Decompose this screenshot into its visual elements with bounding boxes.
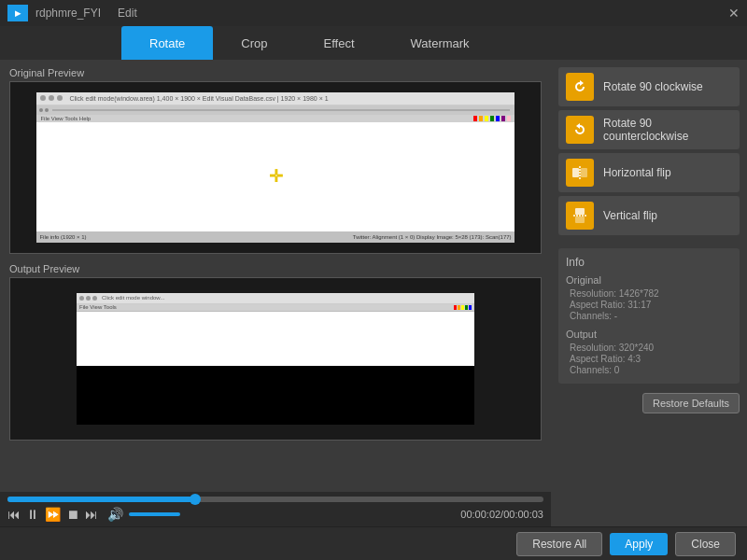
output-inner: Click edit mode window... File View Tool… xyxy=(77,293,474,426)
time-display: 00:00:02/00:00:03 xyxy=(460,509,543,520)
seek-bar[interactable] xyxy=(7,497,543,502)
output-menu: File View Tools xyxy=(79,304,117,310)
original-info-label: Original xyxy=(566,274,732,286)
original-resolution: Resolution: 1426*782 xyxy=(566,288,732,299)
stop-button[interactable]: ⏹ xyxy=(66,507,79,522)
preview-window-bar: Click edit mode(window.area) 1,400 × 190… xyxy=(36,92,514,105)
output-toolbar: File View Tools xyxy=(77,304,474,312)
flip-h-icon xyxy=(566,159,594,187)
mini-dot-1 xyxy=(39,108,43,112)
window-dot-1 xyxy=(40,95,46,101)
right-panel: Rotate 90 clockwise Rotate 90 counterclo… xyxy=(551,60,747,526)
svg-rect-3 xyxy=(575,208,585,215)
output-content xyxy=(77,312,474,366)
info-panel: Info Original Resolution: 1426*782 Aspec… xyxy=(558,248,740,384)
preview-menubar: File View Tools Help xyxy=(36,115,514,122)
volume-slider[interactable] xyxy=(129,512,180,516)
tab-bar: Rotate Crop Effect Watermark xyxy=(0,26,747,60)
rotate-cw-icon xyxy=(566,73,594,101)
original-status-bar: File info (1920 × 1) Twitter: Alignment … xyxy=(36,231,514,243)
svg-rect-0 xyxy=(572,168,579,177)
rotate-ccw-icon xyxy=(566,116,594,144)
restore-defaults-button[interactable]: Restore Defaults xyxy=(642,393,740,413)
tab-effect[interactable]: Effect xyxy=(296,26,383,60)
title-bar-edit: Edit xyxy=(118,7,137,20)
original-preview-label: Original Preview xyxy=(9,67,542,78)
info-title: Info xyxy=(566,256,732,269)
original-aspect: Aspect Ratio: 31:17 xyxy=(566,300,732,310)
output-color-strip xyxy=(454,305,472,310)
window-dot-3 xyxy=(57,95,63,101)
rotate-ccw-label: Rotate 90 counterclockwise xyxy=(603,117,732,143)
title-bar: ▶ rdphmre_FYI Edit ✕ xyxy=(0,0,747,26)
skip-back-button[interactable]: ⏮ xyxy=(7,507,21,522)
left-panel: Original Preview Click edit mode(window.… xyxy=(0,60,551,526)
window-dot-2 xyxy=(49,95,54,101)
crosshair-icon: ✛ xyxy=(269,166,283,187)
flip-v-button[interactable]: Vertical flip xyxy=(558,196,740,235)
mini-dot-2 xyxy=(45,108,49,112)
play-button[interactable]: ⏸ xyxy=(26,507,39,522)
playback-controls: ⏮ ⏸ ⏩ ⏹ ⏭ 🔊 00:00:02/00:00:03 xyxy=(7,507,543,522)
fast-forward-button[interactable]: ⏩ xyxy=(45,507,61,522)
flip-v-icon xyxy=(566,202,594,230)
title-bar-app-name: rdphmre_FYI xyxy=(35,7,101,20)
rotate-cw-button[interactable]: Rotate 90 clockwise xyxy=(558,67,740,106)
seek-bar-fill xyxy=(7,497,195,502)
preview-toolbar-1 xyxy=(36,105,514,115)
original-channels: Channels: - xyxy=(566,311,732,321)
seek-thumb[interactable] xyxy=(190,494,201,505)
volume-icon: 🔊 xyxy=(107,507,123,522)
app-logo: ▶ xyxy=(7,5,28,21)
close-icon[interactable]: ✕ xyxy=(728,6,740,21)
close-button[interactable]: Close xyxy=(675,532,736,556)
original-preview-inner: Click edit mode(window.area) 1,400 × 190… xyxy=(36,92,514,243)
preview-menu-items: File View Tools Help xyxy=(40,116,91,121)
output-dot-3 xyxy=(92,296,97,301)
output-dot-2 xyxy=(86,296,91,301)
status-right: Twitter: Alignment (1 × 0) Display Image… xyxy=(353,234,512,240)
tab-crop[interactable]: Crop xyxy=(213,26,295,60)
output-resolution: Resolution: 320*240 xyxy=(566,343,732,353)
flip-h-button[interactable]: Horizontal flip xyxy=(558,153,740,192)
preview-window-title: Click edit mode(window.area) 1,400 × 190… xyxy=(69,95,328,102)
output-black xyxy=(77,366,474,426)
original-preview: Click edit mode(window.area) 1,400 × 190… xyxy=(9,81,542,254)
preview-content-area: ✛ xyxy=(36,122,514,230)
svg-rect-1 xyxy=(581,168,587,177)
tab-rotate[interactable]: Rotate xyxy=(121,26,213,60)
svg-rect-4 xyxy=(575,217,585,223)
apply-button[interactable]: Apply xyxy=(610,533,668,555)
rotate-ccw-button[interactable]: Rotate 90 counterclockwise xyxy=(558,110,740,149)
output-preview: Click edit mode window... File View Tool… xyxy=(9,277,542,441)
output-preview-section: Output Preview Click edit mode window...… xyxy=(9,263,542,441)
restore-all-button[interactable]: Restore All xyxy=(516,532,602,556)
preview-color-strip xyxy=(473,116,511,121)
restore-defaults-container: Restore Defaults xyxy=(558,393,740,413)
output-dot-1 xyxy=(79,296,84,301)
tab-watermark[interactable]: Watermark xyxy=(383,26,498,60)
rotate-cw-label: Rotate 90 clockwise xyxy=(603,80,703,93)
status-left: File info (1920 × 1) xyxy=(39,234,86,240)
output-aspect: Aspect Ratio: 4:3 xyxy=(566,354,732,364)
playback-area: ⏮ ⏸ ⏩ ⏹ ⏭ 🔊 00:00:02/00:00:03 xyxy=(0,492,551,526)
skip-forward-button[interactable]: ⏭ xyxy=(85,507,98,522)
bottom-bar: Restore All Apply Close xyxy=(0,526,747,560)
output-channels: Channels: 0 xyxy=(566,365,732,375)
output-window-bar: Click edit mode window... xyxy=(77,293,474,304)
original-preview-section: Original Preview Click edit mode(window.… xyxy=(9,67,542,254)
flip-v-label: Vertical flip xyxy=(603,209,657,222)
main-content: Original Preview Click edit mode(window.… xyxy=(0,60,747,526)
output-preview-label: Output Preview xyxy=(9,263,542,274)
output-info-label: Output xyxy=(566,329,732,340)
output-window-title: Click edit mode window... xyxy=(102,295,164,301)
flip-h-label: Horizontal flip xyxy=(603,166,671,179)
